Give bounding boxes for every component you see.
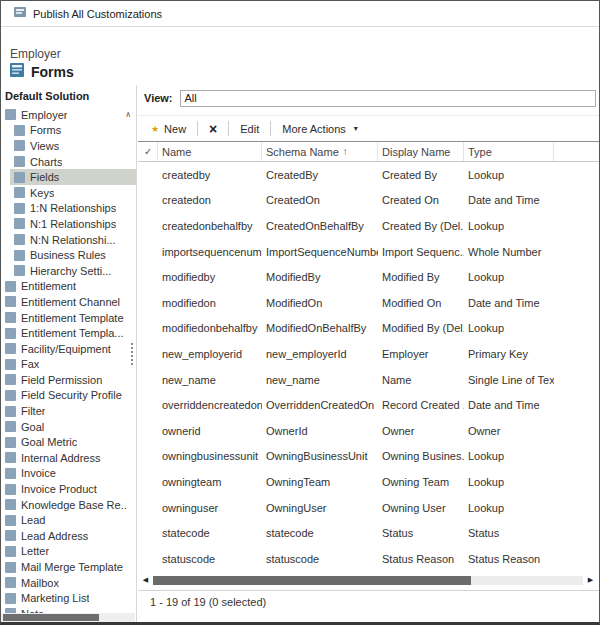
cell-schema-name: OwningUser	[262, 495, 378, 521]
sidebar-item[interactable]: Keys	[10, 185, 136, 201]
goal-icon	[5, 421, 16, 432]
scroll-right-arrow[interactable]: ▶	[585, 576, 596, 584]
cell-display-name: Import Sequenc...	[378, 239, 464, 265]
cell-display-name: Modified On	[378, 290, 464, 316]
grid-body: createdby CreatedBy Created By Lookup cr…	[138, 162, 599, 572]
collapse-chevron-icon[interactable]: ∧	[125, 110, 136, 119]
column-header-name[interactable]: Name	[158, 142, 262, 161]
sidebar-horizontal-scrollbar[interactable]	[1, 613, 135, 622]
table-row[interactable]: new_employerid new_employerId Employer P…	[138, 341, 599, 367]
edit-button[interactable]: Edit	[235, 118, 264, 140]
table-row[interactable]: modifiedon ModifiedOn Modified On Date a…	[138, 290, 599, 316]
sidebar-item[interactable]: Goal	[1, 419, 136, 435]
sidebar-item[interactable]: N:N Relationshi...	[10, 232, 136, 248]
sidebar-item[interactable]: Marketing List	[1, 590, 136, 606]
table-row[interactable]: modifiedonbehalfby ModifiedOnBehalfBy Mo…	[138, 316, 599, 342]
splitter-handle[interactable]	[131, 343, 133, 365]
column-header-type[interactable]: Type	[464, 142, 554, 161]
table-row[interactable]: createdonbehalfby CreatedOnBehalfBy Crea…	[138, 213, 599, 239]
invoice-icon	[5, 468, 16, 479]
sidebar-item[interactable]: Facility/Equipment	[1, 341, 136, 357]
row-select-cell	[138, 367, 158, 393]
sidebar-item[interactable]: Entitlement Template	[1, 310, 136, 326]
sidebar-item[interactable]: Views	[10, 138, 136, 154]
sidebar-item[interactable]: Goal Metric	[1, 434, 136, 450]
sidebar-item[interactable]: Field Security Profile	[1, 388, 136, 404]
solution-title: Default Solution	[1, 85, 136, 107]
table-row[interactable]: owningteam OwningTeam Owning Team Lookup	[138, 469, 599, 495]
sidebar-item[interactable]: Charts	[10, 154, 136, 170]
column-label: Display Name	[382, 146, 450, 158]
table-row[interactable]: importsequencenumber ImportSequenceNumbe…	[138, 239, 599, 265]
table-row[interactable]: modifiedby ModifiedBy Modified By Lookup	[138, 264, 599, 290]
sidebar-item[interactable]: Field Permission	[1, 372, 136, 388]
sidebar-item[interactable]: Hierarchy Setti...	[10, 263, 136, 279]
sidebar-item[interactable]: Entitlement Templa...	[1, 325, 136, 341]
sidebar-item[interactable]: Fax	[1, 357, 136, 373]
table-row[interactable]: createdby CreatedBy Created By Lookup	[138, 162, 599, 188]
sidebar-item[interactable]: Invoice Product	[1, 481, 136, 497]
scrollbar-thumb[interactable]	[3, 614, 99, 621]
sidebar-item[interactable]: Business Rules	[10, 247, 136, 263]
sidebar-item[interactable]: Filter	[1, 403, 136, 419]
cell-type: Lookup	[464, 469, 554, 495]
cell-display-name: Created By	[378, 162, 464, 188]
delete-icon: ×	[209, 122, 217, 136]
charts-icon	[14, 156, 25, 167]
sidebar-item[interactable]: 1:N Relationships	[10, 201, 136, 217]
grid-horizontal-scrollbar[interactable]: ◀ ▶	[140, 574, 596, 586]
scrollbar-track[interactable]	[153, 576, 583, 585]
sidebar-item[interactable]: Lead Address	[1, 528, 136, 544]
cell-display-name: Owning User	[378, 495, 464, 521]
sidebar-item[interactable]: N:1 Relationships	[10, 216, 136, 232]
sidebar-item[interactable]: Forms	[10, 123, 136, 139]
cell-display-name: Modified By (Del...	[378, 316, 464, 342]
invoice-icon	[5, 484, 16, 495]
delete-button[interactable]: ×	[204, 118, 222, 140]
table-row[interactable]: ownerid OwnerId Owner Owner	[138, 418, 599, 444]
cell-schema-name: statecode	[262, 520, 378, 546]
scroll-left-arrow[interactable]: ◀	[140, 576, 151, 584]
cell-name: createdby	[158, 162, 262, 188]
table-row[interactable]: overriddencreatedon OverriddenCreatedOn …	[138, 392, 599, 418]
cell-type: Owner	[464, 418, 554, 444]
sidebar-item[interactable]: Invoice	[1, 466, 136, 482]
sidebar-item[interactable]: Mailbox	[1, 575, 136, 591]
security-icon	[5, 390, 16, 401]
new-button-label: New	[164, 123, 186, 135]
table-row[interactable]: statuscode statuscode Status Reason Stat…	[138, 546, 599, 572]
table-row[interactable]: createdon CreatedOn Created On Date and …	[138, 188, 599, 214]
mail-icon	[5, 562, 16, 573]
sidebar-item[interactable]: Mail Merge Template	[1, 559, 136, 575]
sidebar: Default Solution Employer ∧ Forms Views	[1, 85, 137, 622]
table-row[interactable]: owninguser OwningUser Owning User Lookup	[138, 495, 599, 521]
cell-display-name: Employer	[378, 341, 464, 367]
chevron-down-icon: ▾	[354, 124, 358, 133]
scrollbar-thumb[interactable]	[153, 576, 471, 585]
more-actions-label: More Actions	[282, 123, 346, 135]
sidebar-item[interactable]: Entitlement	[1, 279, 136, 295]
sidebar-item[interactable]: Letter	[1, 544, 136, 560]
sidebar-item[interactable]: Employer ∧	[1, 107, 136, 123]
table-row[interactable]: new_name new_name Name Single Line of Te…	[138, 367, 599, 393]
sidebar-item[interactable]: Fields	[10, 169, 136, 185]
column-header-select[interactable]: ✓	[138, 142, 158, 161]
publish-all-button[interactable]: Publish All Customizations	[9, 3, 166, 25]
cell-schema-name: CreatedOnBehalfBy	[262, 213, 378, 239]
sidebar-item[interactable]: Knowledge Base Re...	[1, 497, 136, 513]
more-actions-button[interactable]: More Actions ▾	[277, 118, 363, 140]
page-header: Forms	[9, 62, 74, 82]
new-button[interactable]: ★ New	[146, 118, 191, 140]
table-row[interactable]: statecode statecode Status Status	[138, 520, 599, 546]
record-count: 1 - 19 of 19 (0 selected)	[150, 596, 266, 608]
row-select-cell	[138, 213, 158, 239]
sidebar-item[interactable]: Entitlement Channel	[1, 294, 136, 310]
sidebar-item[interactable]: Internal Address	[1, 450, 136, 466]
column-header-display-name[interactable]: Display Name	[378, 142, 464, 161]
sidebar-item[interactable]: Lead	[1, 512, 136, 528]
row-select-cell	[138, 520, 158, 546]
column-header-schema-name[interactable]: Schema Name ↑	[262, 142, 378, 161]
one-to-many-icon	[14, 203, 25, 214]
table-row[interactable]: owningbusinessunit OwningBusinessUnit Ow…	[138, 444, 599, 470]
view-select[interactable]: All	[180, 90, 596, 107]
